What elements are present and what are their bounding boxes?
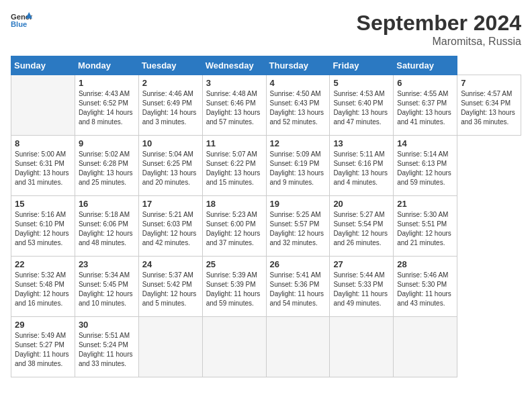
day-number: 7 (461, 78, 517, 88)
day-number: 5 (333, 78, 390, 88)
day-info: Sunrise: 5:09 AM Sunset: 6:19 PM Dayligh… (270, 150, 326, 187)
day-cell-19: 19 Sunrise: 5:25 AM Sunset: 5:57 PM Dayl… (266, 196, 330, 257)
calendar-week-1: 8 Sunrise: 5:00 AM Sunset: 6:31 PM Dayli… (11, 136, 521, 196)
day-info: Sunrise: 5:00 AM Sunset: 6:31 PM Dayligh… (15, 150, 71, 187)
day-info: Sunrise: 5:32 AM Sunset: 5:48 PM Dayligh… (15, 271, 71, 308)
day-cell-15: 15 Sunrise: 5:16 AM Sunset: 6:10 PM Dayl… (11, 196, 75, 257)
day-number: 16 (79, 199, 135, 209)
day-info: Sunrise: 5:51 AM Sunset: 5:24 PM Dayligh… (79, 331, 135, 369)
day-number: 14 (397, 138, 453, 148)
day-cell-27: 27 Sunrise: 5:44 AM Sunset: 5:33 PM Dayl… (330, 257, 394, 317)
svg-text:Blue: Blue (11, 20, 27, 28)
day-cell-23: 23 Sunrise: 5:34 AM Sunset: 5:45 PM Dayl… (75, 257, 138, 317)
header-tuesday: Tuesday (138, 56, 202, 75)
day-cell-6: 6 Sunrise: 4:55 AM Sunset: 6:37 PM Dayli… (394, 75, 457, 136)
day-cell-26: 26 Sunrise: 5:41 AM Sunset: 5:36 PM Dayl… (266, 257, 330, 317)
day-info: Sunrise: 5:30 AM Sunset: 5:51 PM Dayligh… (397, 210, 453, 248)
day-number: 17 (142, 199, 199, 209)
day-number: 1 (79, 78, 135, 88)
day-info: Sunrise: 4:43 AM Sunset: 6:52 PM Dayligh… (79, 89, 135, 127)
day-cell-29: 29 Sunrise: 5:49 AM Sunset: 5:27 PM Dayl… (11, 317, 75, 377)
day-info: Sunrise: 5:49 AM Sunset: 5:27 PM Dayligh… (15, 331, 71, 369)
day-info: Sunrise: 4:50 AM Sunset: 6:43 PM Dayligh… (270, 89, 326, 127)
day-info: Sunrise: 5:02 AM Sunset: 6:28 PM Dayligh… (79, 150, 135, 187)
calendar-header-row: SundayMondayTuesdayWednesdayThursdayFrid… (11, 56, 521, 75)
location: Maromitsa, Russia (357, 36, 521, 48)
day-number: 21 (397, 199, 453, 209)
day-info: Sunrise: 5:14 AM Sunset: 6:13 PM Dayligh… (397, 150, 453, 187)
day-number: 22 (15, 259, 71, 269)
day-cell-9: 9 Sunrise: 5:02 AM Sunset: 6:28 PM Dayli… (75, 136, 138, 196)
day-info: Sunrise: 5:18 AM Sunset: 6:06 PM Dayligh… (79, 210, 135, 248)
day-number: 26 (270, 259, 326, 269)
day-number: 29 (15, 320, 71, 330)
day-number: 18 (206, 199, 263, 209)
day-number: 27 (333, 259, 390, 269)
header-wednesday: Wednesday (202, 56, 266, 75)
calendar-week-3: 22 Sunrise: 5:32 AM Sunset: 5:48 PM Dayl… (11, 257, 521, 317)
day-info: Sunrise: 4:57 AM Sunset: 6:34 PM Dayligh… (461, 89, 517, 127)
day-number: 11 (206, 138, 263, 148)
day-cell-28: 28 Sunrise: 5:46 AM Sunset: 5:30 PM Dayl… (394, 257, 457, 317)
day-cell-18: 18 Sunrise: 5:23 AM Sunset: 6:00 PM Dayl… (202, 196, 266, 257)
day-cell-22: 22 Sunrise: 5:32 AM Sunset: 5:48 PM Dayl… (11, 257, 75, 317)
logo: General Blue (11, 11, 32, 30)
day-cell-12: 12 Sunrise: 5:09 AM Sunset: 6:19 PM Dayl… (266, 136, 330, 196)
page-header: General Blue September 2024 Maromitsa, R… (11, 11, 521, 48)
empty-cell (394, 317, 457, 377)
day-cell-20: 20 Sunrise: 5:27 AM Sunset: 5:54 PM Dayl… (330, 196, 394, 257)
calendar-week-0: 1 Sunrise: 4:43 AM Sunset: 6:52 PM Dayli… (11, 75, 521, 136)
day-info: Sunrise: 5:07 AM Sunset: 6:22 PM Dayligh… (206, 150, 263, 187)
empty-cell (266, 317, 330, 377)
header-thursday: Thursday (266, 56, 330, 75)
title-block: September 2024 Maromitsa, Russia (357, 11, 521, 48)
day-number: 4 (270, 78, 326, 88)
day-info: Sunrise: 5:27 AM Sunset: 5:54 PM Dayligh… (333, 210, 390, 248)
day-cell-4: 4 Sunrise: 4:50 AM Sunset: 6:43 PM Dayli… (266, 75, 330, 136)
day-cell-21: 21 Sunrise: 5:30 AM Sunset: 5:51 PM Dayl… (394, 196, 457, 257)
empty-cell (330, 317, 394, 377)
day-number: 9 (79, 138, 135, 148)
day-cell-5: 5 Sunrise: 4:53 AM Sunset: 6:40 PM Dayli… (330, 75, 394, 136)
day-cell-1: 1 Sunrise: 4:43 AM Sunset: 6:52 PM Dayli… (75, 75, 138, 136)
day-info: Sunrise: 4:53 AM Sunset: 6:40 PM Dayligh… (333, 89, 390, 127)
day-number: 6 (397, 78, 453, 88)
day-info: Sunrise: 5:25 AM Sunset: 5:57 PM Dayligh… (270, 210, 326, 248)
logo-icon: General Blue (11, 11, 32, 30)
calendar-table: SundayMondayTuesdayWednesdayThursdayFrid… (11, 56, 521, 377)
header-monday: Monday (75, 56, 138, 75)
day-info: Sunrise: 4:48 AM Sunset: 6:46 PM Dayligh… (206, 89, 263, 127)
day-info: Sunrise: 5:46 AM Sunset: 5:30 PM Dayligh… (397, 271, 453, 308)
day-info: Sunrise: 5:44 AM Sunset: 5:33 PM Dayligh… (333, 271, 390, 308)
day-info: Sunrise: 5:37 AM Sunset: 5:42 PM Dayligh… (142, 271, 199, 308)
empty-cell (11, 75, 75, 136)
day-cell-25: 25 Sunrise: 5:39 AM Sunset: 5:39 PM Dayl… (202, 257, 266, 317)
day-cell-14: 14 Sunrise: 5:14 AM Sunset: 6:13 PM Dayl… (394, 136, 457, 196)
day-number: 25 (206, 259, 263, 269)
day-cell-3: 3 Sunrise: 4:48 AM Sunset: 6:46 PM Dayli… (202, 75, 266, 136)
calendar-week-4: 29 Sunrise: 5:49 AM Sunset: 5:27 PM Dayl… (11, 317, 521, 377)
day-number: 2 (142, 78, 199, 88)
header-saturday: Saturday (394, 56, 457, 75)
calendar-week-2: 15 Sunrise: 5:16 AM Sunset: 6:10 PM Dayl… (11, 196, 521, 257)
day-number: 19 (270, 199, 326, 209)
day-info: Sunrise: 5:41 AM Sunset: 5:36 PM Dayligh… (270, 271, 326, 308)
day-cell-8: 8 Sunrise: 5:00 AM Sunset: 6:31 PM Dayli… (11, 136, 75, 196)
header-sunday: Sunday (11, 56, 75, 75)
day-info: Sunrise: 5:23 AM Sunset: 6:00 PM Dayligh… (206, 210, 263, 248)
day-info: Sunrise: 4:46 AM Sunset: 6:49 PM Dayligh… (142, 89, 199, 127)
day-number: 3 (206, 78, 263, 88)
day-cell-2: 2 Sunrise: 4:46 AM Sunset: 6:49 PM Dayli… (138, 75, 202, 136)
day-cell-13: 13 Sunrise: 5:11 AM Sunset: 6:16 PM Dayl… (330, 136, 394, 196)
day-info: Sunrise: 5:04 AM Sunset: 6:25 PM Dayligh… (142, 150, 199, 187)
day-number: 8 (15, 138, 71, 148)
day-cell-7: 7 Sunrise: 4:57 AM Sunset: 6:34 PM Dayli… (457, 75, 521, 136)
day-number: 15 (15, 199, 71, 209)
day-info: Sunrise: 5:21 AM Sunset: 6:03 PM Dayligh… (142, 210, 199, 248)
day-info: Sunrise: 5:34 AM Sunset: 5:45 PM Dayligh… (79, 271, 135, 308)
day-number: 30 (79, 320, 135, 330)
day-number: 24 (142, 259, 199, 269)
day-number: 12 (270, 138, 326, 148)
day-cell-11: 11 Sunrise: 5:07 AM Sunset: 6:22 PM Dayl… (202, 136, 266, 196)
month-title: September 2024 (357, 11, 521, 36)
